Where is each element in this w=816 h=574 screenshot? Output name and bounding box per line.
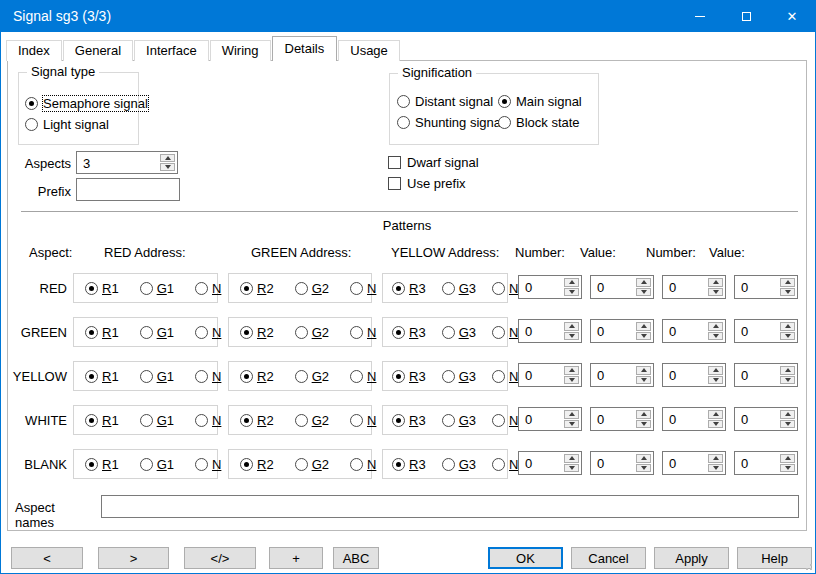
number-spinner-yellow-1[interactable]: 0 [518, 363, 582, 387]
radio-option-yellow-n[interactable]: N [492, 369, 518, 384]
radio-option-red-n[interactable]: N [195, 281, 221, 296]
value-spinner-red-1-down-button[interactable] [636, 288, 651, 297]
radio-blank-n[interactable] [350, 458, 363, 471]
number-spinner-blank-1-down-button[interactable] [564, 464, 579, 473]
value-spinner-white-1-up-button[interactable] [636, 410, 651, 419]
radio-white-r3[interactable] [392, 414, 405, 427]
value-spinner-white-1-down-button[interactable] [636, 420, 651, 429]
value-spinner-yellow-1[interactable]: 0 [590, 363, 654, 387]
number-spinner-green-1[interactable]: 0 [518, 319, 582, 343]
next-button[interactable]: > [98, 547, 169, 569]
number-spinner-red-2[interactable]: 0 [662, 275, 726, 299]
number-spinner-blank-1[interactable]: 0 [518, 451, 582, 475]
radio-blank-g2[interactable] [295, 458, 308, 471]
radio-option-white-n[interactable]: N [350, 413, 376, 428]
value-spinner-red-2-down-button[interactable] [780, 288, 795, 297]
radio-option-green-g1[interactable]: G1 [140, 325, 174, 340]
radio-option-blank-g1[interactable]: G1 [140, 457, 174, 472]
number-spinner-red-1[interactable]: 0 [518, 275, 582, 299]
radio-blank-n[interactable] [195, 458, 208, 471]
radio-red-n[interactable] [492, 282, 505, 295]
radio-yellow-r1[interactable] [85, 370, 98, 383]
radio-option-block-state[interactable]: Block state [498, 115, 580, 130]
resize-grip[interactable] [804, 562, 812, 570]
aspects-spinner-down-button[interactable] [160, 163, 175, 171]
number-spinner-yellow-1-up-button[interactable] [564, 366, 579, 375]
radio-red-n[interactable] [195, 282, 208, 295]
radio-green-r1[interactable] [85, 326, 98, 339]
number-spinner-white-2-up-button[interactable] [708, 410, 723, 419]
use-prefix-option[interactable]: Use prefix [388, 176, 466, 191]
radio-blank-r2[interactable] [240, 458, 253, 471]
radio-option-yellow-g2[interactable]: G2 [295, 369, 329, 384]
value-spinner-green-2-down-button[interactable] [780, 332, 795, 341]
number-spinner-blank-2[interactable]: 0 [662, 451, 726, 475]
use-prefix-checkbox[interactable] [388, 177, 401, 190]
tab-index[interactable]: Index [6, 40, 62, 61]
ok-button[interactable]: OK [488, 547, 563, 569]
radio-option-green-n[interactable]: N [195, 325, 221, 340]
radio-main-signal[interactable] [498, 95, 511, 108]
tab-general[interactable]: General [63, 40, 133, 61]
number-spinner-yellow-2-up-button[interactable] [708, 366, 723, 375]
radio-option-green-n[interactable]: N [350, 325, 376, 340]
radio-white-r1[interactable] [85, 414, 98, 427]
number-spinner-white-1-up-button[interactable] [564, 410, 579, 419]
cancel-button[interactable]: Cancel [571, 547, 646, 569]
radio-option-yellow-n[interactable]: N [350, 369, 376, 384]
value-spinner-yellow-1-down-button[interactable] [636, 376, 651, 385]
number-spinner-blank-2-down-button[interactable] [708, 464, 723, 473]
tab-interface[interactable]: Interface [134, 40, 209, 61]
radio-shunting-signal[interactable] [397, 116, 410, 129]
radio-option-white-r1[interactable]: R1 [85, 413, 119, 428]
radio-blank-r3[interactable] [392, 458, 405, 471]
value-spinner-green-2[interactable]: 0 [734, 319, 798, 343]
number-spinner-yellow-1-down-button[interactable] [564, 376, 579, 385]
value-spinner-blank-2[interactable]: 0 [734, 451, 798, 475]
value-spinner-yellow-1-up-button[interactable] [636, 366, 651, 375]
number-spinner-green-2-up-button[interactable] [708, 322, 723, 331]
value-spinner-white-2[interactable]: 0 [734, 407, 798, 431]
radio-option-yellow-g3[interactable]: G3 [442, 369, 476, 384]
radio-white-n[interactable] [492, 414, 505, 427]
radio-yellow-n[interactable] [195, 370, 208, 383]
aspect-names-input[interactable] [101, 495, 799, 518]
radio-green-g1[interactable] [140, 326, 153, 339]
radio-green-r2[interactable] [240, 326, 253, 339]
radio-option-white-n[interactable]: N [195, 413, 221, 428]
radio-option-yellow-r1[interactable]: R1 [85, 369, 119, 384]
number-spinner-green-1-up-button[interactable] [564, 322, 579, 331]
value-spinner-white-2-down-button[interactable] [780, 420, 795, 429]
number-spinner-white-1[interactable]: 0 [518, 407, 582, 431]
number-spinner-yellow-2[interactable]: 0 [662, 363, 726, 387]
radio-option-green-r2[interactable]: R2 [240, 325, 274, 340]
value-spinner-yellow-2[interactable]: 0 [734, 363, 798, 387]
add-button[interactable]: + [269, 547, 323, 569]
radio-option-blank-r2[interactable]: R2 [240, 457, 274, 472]
radio-option-red-g3[interactable]: G3 [442, 281, 476, 296]
radio-option-blank-g2[interactable]: G2 [295, 457, 329, 472]
radio-yellow-g1[interactable] [140, 370, 153, 383]
value-spinner-red-1-up-button[interactable] [636, 278, 651, 287]
aspects-spinner-up-button[interactable] [160, 154, 175, 162]
number-spinner-red-2-up-button[interactable] [708, 278, 723, 287]
dwarf-signal-checkbox[interactable] [388, 156, 401, 169]
radio-green-n[interactable] [492, 326, 505, 339]
value-spinner-blank-1-down-button[interactable] [636, 464, 651, 473]
radio-option-white-n[interactable]: N [492, 413, 518, 428]
maximize-button[interactable] [723, 1, 769, 32]
value-spinner-blank-2-down-button[interactable] [780, 464, 795, 473]
radio-option-semaphore-signal[interactable]: Semaphore signal [25, 96, 148, 111]
value-spinner-green-2-up-button[interactable] [780, 322, 795, 331]
radio-option-red-n[interactable]: N [492, 281, 518, 296]
radio-green-g2[interactable] [295, 326, 308, 339]
radio-semaphore-signal[interactable] [25, 97, 38, 110]
radio-blank-g1[interactable] [140, 458, 153, 471]
radio-light-signal[interactable] [25, 118, 38, 131]
radio-blank-n[interactable] [492, 458, 505, 471]
dwarf-signal-option[interactable]: Dwarf signal [388, 155, 479, 170]
tab-wiring[interactable]: Wiring [210, 40, 271, 61]
number-spinner-green-2-down-button[interactable] [708, 332, 723, 341]
radio-option-yellow-r3[interactable]: R3 [392, 369, 426, 384]
radio-red-r3[interactable] [392, 282, 405, 295]
